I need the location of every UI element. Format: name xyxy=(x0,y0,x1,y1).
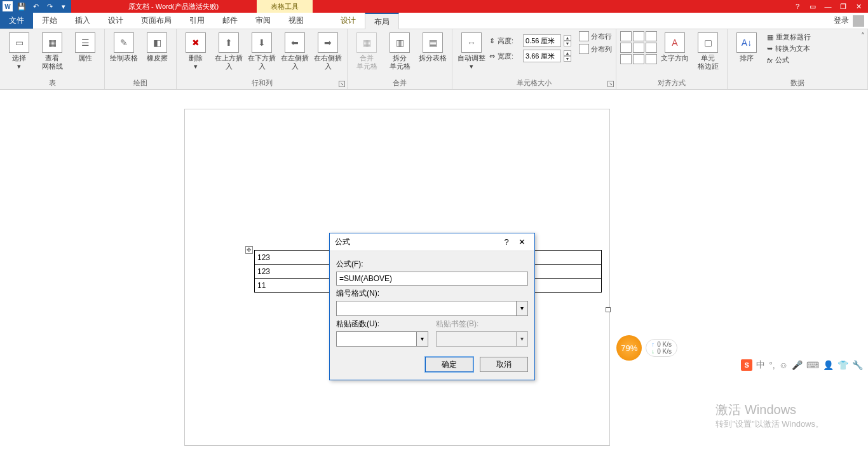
ime-mic-icon[interactable]: 🎤 xyxy=(792,360,803,370)
ime-wrench-icon[interactable]: 🔧 xyxy=(852,360,863,370)
redo-icon[interactable]: ↷ xyxy=(44,1,55,11)
tab-table-design[interactable]: 设计 xyxy=(332,13,365,29)
delete-button[interactable]: ✖删除▾ xyxy=(180,31,211,72)
download-icon: ↓ xyxy=(651,348,654,355)
tab-mailings[interactable]: 邮件 xyxy=(214,13,247,29)
cancel-button[interactable]: 取消 xyxy=(480,357,528,372)
split-table-button[interactable]: ▤拆分表格 xyxy=(417,31,448,64)
dialog-launcher-icon[interactable]: ↘ xyxy=(339,81,345,87)
chevron-down-icon[interactable]: ▾ xyxy=(516,301,527,315)
height-down[interactable]: ▼ xyxy=(564,41,571,46)
formula-button[interactable]: fx公式 xyxy=(767,55,811,65)
insert-left-button[interactable]: ⬅在左侧插入 xyxy=(280,31,310,72)
width-down[interactable]: ▼ xyxy=(564,56,571,62)
eraser-button[interactable]: ◧橡皮擦 xyxy=(142,31,172,64)
login-link[interactable]: 登录 xyxy=(834,15,849,26)
tab-insert[interactable]: 插入 xyxy=(66,13,99,29)
split-cells-button[interactable]: ▥拆分 单元格 xyxy=(384,31,415,72)
group-label: 绘图 xyxy=(109,78,172,89)
tab-file[interactable]: 文件 xyxy=(0,13,33,29)
tab-page-layout[interactable]: 页面布局 xyxy=(132,13,180,29)
dialog-launcher-icon[interactable]: ↘ xyxy=(607,81,614,87)
group-draw: ✎绘制表格 ◧橡皮擦 绘图 xyxy=(105,29,177,89)
formula-label: 公式(F): xyxy=(336,259,528,270)
group-rows-cols: ✖删除▾ ⬆在上方插入 ⬇在下方插入 ⬅在左侧插入 ➡在右侧插入 行和列 ↘ xyxy=(177,29,348,89)
ime-toolbar[interactable]: S 中 °, ☺ 🎤 ⌨ 👤 👕 🔧 xyxy=(741,359,863,371)
tab-references[interactable]: 引用 xyxy=(180,13,214,29)
paste-function-label: 粘贴函数(U): xyxy=(336,319,428,329)
ribbon: ▭选择▾ ▦查看 网格线 ☰属性 表 ✎绘制表格 ◧橡皮擦 绘图 ✖删除▾ ⬆在… xyxy=(0,29,868,90)
ok-button[interactable]: 确定 xyxy=(425,357,473,372)
tab-home[interactable]: 开始 xyxy=(33,13,66,29)
formula-input[interactable] xyxy=(336,272,528,286)
speed-percent: 79% xyxy=(616,335,642,361)
alignment-gallery[interactable] xyxy=(620,31,657,64)
upload-icon: ↑ xyxy=(651,341,654,348)
tab-table-layout[interactable]: 布局 xyxy=(365,13,399,29)
document-area: ✥ 123 123 11 公式 ? ✕ 公式(F): 编号格式(N): ▾ 粘贴… xyxy=(0,90,868,449)
cell-margins-button[interactable]: ▢单元 格边距 xyxy=(693,31,723,72)
autofit-button[interactable]: ↔自动调整▾ xyxy=(456,31,487,72)
distribute-cols-button[interactable]: 分布列 xyxy=(579,44,612,54)
menu-tabs: 文件 开始 插入 设计 页面布局 引用 邮件 审阅 视图 设计 布局 登录 xyxy=(0,13,868,29)
sogou-icon[interactable]: S xyxy=(741,359,752,371)
dialog-close-icon[interactable]: ✕ xyxy=(514,237,529,247)
collapse-ribbon-icon[interactable]: ˄ xyxy=(861,32,865,40)
view-gridlines-button[interactable]: ▦查看 网格线 xyxy=(37,31,67,72)
tab-view[interactable]: 视图 xyxy=(280,13,313,29)
ime-punct-icon[interactable]: °, xyxy=(769,360,775,370)
ime-shirt-icon[interactable]: 👕 xyxy=(837,360,848,370)
properties-button[interactable]: ☰属性 xyxy=(70,31,100,64)
height-input[interactable] xyxy=(523,34,561,47)
width-input[interactable] xyxy=(523,50,561,62)
insert-below-button[interactable]: ⬇在下方插入 xyxy=(247,31,277,72)
ime-lang[interactable]: 中 xyxy=(756,359,765,371)
group-table: ▭选择▾ ▦查看 网格线 ☰属性 表 xyxy=(0,29,105,89)
select-button[interactable]: ▭选择▾ xyxy=(4,31,34,72)
formula-dialog: 公式 ? ✕ 公式(F): 编号格式(N): ▾ 粘贴函数(U): ▾ 粘贴书签… xyxy=(329,233,535,380)
restore-icon[interactable]: ❐ xyxy=(839,3,848,11)
text-direction-button[interactable]: A文字方向 xyxy=(660,31,690,64)
activate-windows-watermark: 激活 Windows 转到"设置"以激活 Windows。 xyxy=(715,401,824,430)
group-alignment: A文字方向 ▢单元 格边距 对齐方式 xyxy=(616,29,728,89)
chevron-down-icon: ▾ xyxy=(516,332,527,346)
paste-bookmark-combo: ▾ xyxy=(436,331,528,347)
chevron-down-icon[interactable]: ▾ xyxy=(416,332,428,346)
insert-above-button[interactable]: ⬆在上方插入 xyxy=(214,31,244,72)
distribute-rows-button[interactable]: 分布行 xyxy=(579,31,612,41)
ribbon-options-icon[interactable]: ▭ xyxy=(808,3,817,11)
contextual-tab-table-tools: 表格工具 xyxy=(257,0,313,13)
sort-button[interactable]: A↓排序 xyxy=(731,31,762,64)
word-icon: W xyxy=(3,1,13,11)
ime-keyboard-icon[interactable]: ⌨ xyxy=(806,360,819,370)
ime-smiley-icon[interactable]: ☺ xyxy=(779,360,788,370)
tab-design[interactable]: 设计 xyxy=(99,13,132,29)
height-icon: ⇕ xyxy=(489,37,495,45)
undo-icon[interactable]: ↶ xyxy=(31,1,41,11)
draw-table-button[interactable]: ✎绘制表格 xyxy=(109,31,139,64)
group-label: 表 xyxy=(4,78,100,89)
help-icon[interactable]: ? xyxy=(793,3,802,11)
save-icon[interactable]: 💾 xyxy=(17,1,27,11)
table-resize-handle-icon[interactable] xyxy=(606,307,611,312)
group-label: 数据 xyxy=(731,78,864,89)
height-up[interactable]: ▲ xyxy=(564,35,571,41)
convert-to-text-button[interactable]: ➥转换为文本 xyxy=(767,44,811,53)
tab-review[interactable]: 审阅 xyxy=(247,13,280,29)
close-icon[interactable]: ✕ xyxy=(854,3,863,11)
number-format-combo[interactable]: ▾ xyxy=(336,301,528,316)
group-label: 单元格大小 xyxy=(456,78,612,89)
repeat-header-button[interactable]: ▦重复标题行 xyxy=(767,32,811,42)
qat-dropdown-icon[interactable]: ▾ xyxy=(58,1,69,11)
width-label: 宽度: xyxy=(498,52,520,61)
paste-function-combo[interactable]: ▾ xyxy=(336,331,428,347)
insert-right-button[interactable]: ➡在右侧插入 xyxy=(313,31,343,72)
table-move-handle-icon[interactable]: ✥ xyxy=(245,246,253,254)
avatar-icon[interactable] xyxy=(853,15,864,27)
minimize-icon[interactable]: — xyxy=(824,3,832,11)
network-speed-widget[interactable]: 79% ↑0 K/s ↓0 K/s xyxy=(616,335,677,361)
dialog-help-icon[interactable]: ? xyxy=(499,237,514,247)
width-up[interactable]: ▲ xyxy=(564,50,571,56)
height-label: 高度: xyxy=(498,36,520,46)
ime-person-icon[interactable]: 👤 xyxy=(823,360,834,370)
